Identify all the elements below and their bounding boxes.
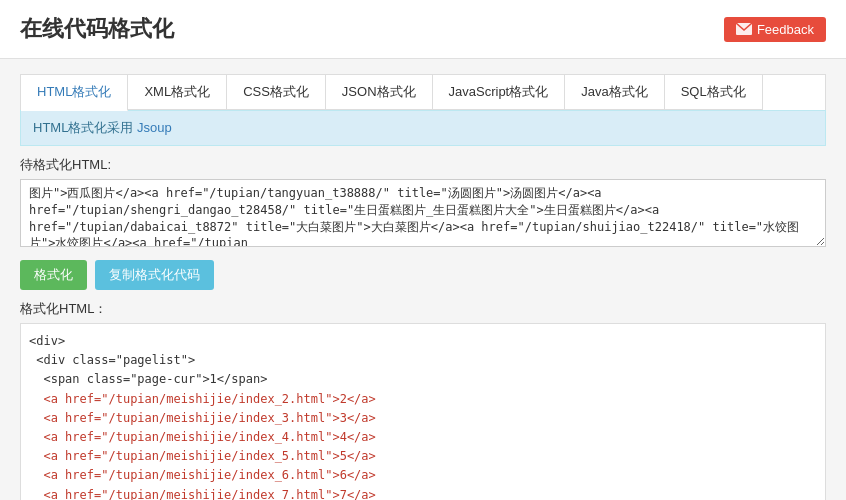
tab-sql[interactable]: SQL格式化 bbox=[665, 75, 763, 110]
output-label: 格式化HTML： bbox=[20, 300, 826, 318]
feedback-button[interactable]: Feedback bbox=[724, 17, 826, 42]
jsoup-link[interactable]: Jsoup bbox=[137, 120, 172, 135]
output-area[interactable]: <div> <div class="pagelist"> <span class… bbox=[20, 323, 826, 500]
mail-icon bbox=[736, 23, 752, 35]
tab-css[interactable]: CSS格式化 bbox=[227, 75, 326, 110]
format-button[interactable]: 格式化 bbox=[20, 260, 87, 290]
info-bar: HTML格式化采用 Jsoup bbox=[20, 110, 826, 146]
tab-java[interactable]: Java格式化 bbox=[565, 75, 664, 110]
tabs-bar: HTML格式化 XML格式化 CSS格式化 JSON格式化 JavaScript… bbox=[20, 74, 826, 110]
html-input[interactable] bbox=[20, 179, 826, 247]
tab-json[interactable]: JSON格式化 bbox=[326, 75, 433, 110]
main-content: HTML格式化 XML格式化 CSS格式化 JSON格式化 JavaScript… bbox=[0, 59, 846, 500]
tab-javascript[interactable]: JavaScript格式化 bbox=[433, 75, 566, 110]
copy-button[interactable]: 复制格式化代码 bbox=[95, 260, 214, 290]
header: 在线代码格式化 Feedback bbox=[0, 0, 846, 59]
tab-html[interactable]: HTML格式化 bbox=[21, 75, 128, 111]
page-title: 在线代码格式化 bbox=[20, 14, 174, 44]
buttons-row: 格式化 复制格式化代码 bbox=[20, 260, 826, 290]
tab-xml[interactable]: XML格式化 bbox=[128, 75, 227, 110]
input-label: 待格式化HTML: bbox=[20, 156, 826, 174]
